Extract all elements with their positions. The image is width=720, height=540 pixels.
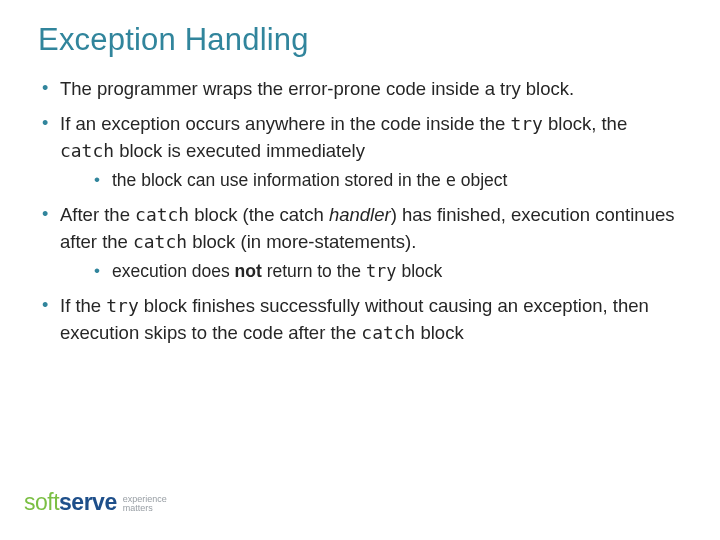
bullet-text: object: [456, 170, 508, 190]
bullet-text: block: [415, 322, 463, 343]
bullet-item: After the catch block (the catch handler…: [38, 202, 682, 285]
logo-text: softserve: [24, 489, 117, 516]
bold-not: not: [235, 261, 262, 281]
code-catch: catch: [135, 204, 189, 225]
code-catch: catch: [133, 231, 187, 252]
bullet-text: the block can use information stored in …: [112, 170, 446, 190]
code-try: try: [106, 295, 138, 316]
code-catch: catch: [60, 140, 114, 161]
sub-bullet-item: execution does not return to the try blo…: [92, 259, 682, 284]
slide-title: Exception Handling: [38, 22, 682, 58]
bullet-text: After the: [60, 204, 135, 225]
sub-bullet-list: the block can use information stored in …: [92, 168, 682, 193]
logo-tagline: experience matters: [123, 495, 167, 514]
bullet-text: If the: [60, 295, 106, 316]
bullet-text: return to the: [262, 261, 366, 281]
bullet-text: If an exception occurs anywhere in the c…: [60, 113, 510, 134]
bullet-text: block, the: [543, 113, 627, 134]
bullet-list: The programmer wraps the error-prone cod…: [38, 76, 682, 346]
bullet-item: The programmer wraps the error-prone cod…: [38, 76, 682, 103]
code-try: try: [510, 113, 542, 134]
bullet-text: block is executed immediately: [114, 140, 365, 161]
logo-serve: serve: [59, 489, 117, 515]
logo-tag2: matters: [123, 504, 167, 513]
sub-bullet-item: the block can use information stored in …: [92, 168, 682, 193]
bullet-text: block: [397, 261, 443, 281]
slide: Exception Handling The programmer wraps …: [0, 0, 720, 540]
code-try: try: [366, 261, 397, 281]
italic-handler: handler: [329, 204, 391, 225]
bullet-item: If an exception occurs anywhere in the c…: [38, 111, 682, 194]
bullet-text: block (in more-statements).: [187, 231, 416, 252]
logo-soft: soft: [24, 489, 59, 515]
company-logo: softserve experience matters: [24, 489, 167, 516]
bullet-text: execution does: [112, 261, 235, 281]
bullet-item: If the try block finishes successfully w…: [38, 293, 682, 347]
bullet-text: block (the catch: [189, 204, 329, 225]
bullet-text: The programmer wraps the error-prone cod…: [60, 78, 574, 99]
code-e: e: [446, 170, 456, 190]
code-catch: catch: [361, 322, 415, 343]
bullet-text: block finishes successfully without caus…: [60, 295, 649, 343]
sub-bullet-list: execution does not return to the try blo…: [92, 259, 682, 284]
